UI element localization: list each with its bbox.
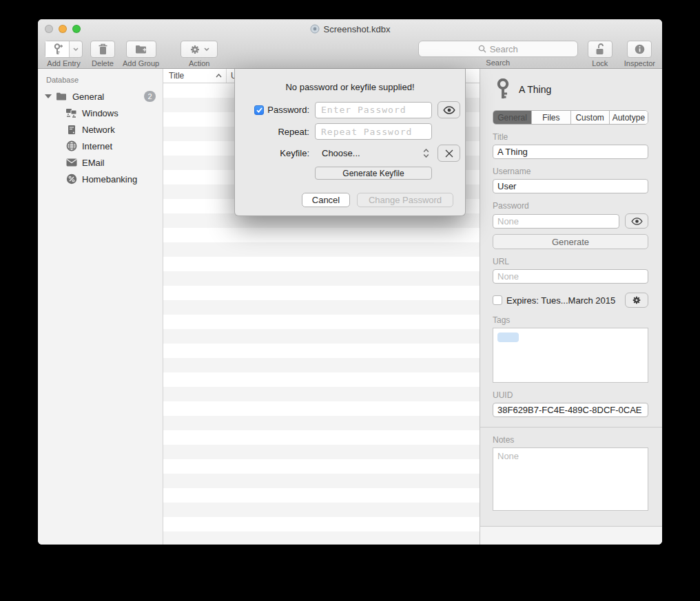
tab-files[interactable]: Files — [532, 111, 570, 124]
cancel-button[interactable]: Cancel — [302, 193, 350, 207]
delete-label: Delete — [92, 59, 114, 67]
eye-icon — [631, 218, 643, 225]
search-label: Search — [486, 59, 510, 67]
keyfile-popup[interactable]: Choose... — [315, 145, 432, 162]
chevron-down-icon — [204, 48, 209, 51]
sidebar-item-homebanking[interactable]: Homebanking — [38, 171, 163, 187]
url-field[interactable] — [493, 269, 648, 284]
inspector-footer — [480, 526, 662, 545]
action-label: Action — [189, 59, 210, 67]
computers-icon — [65, 107, 77, 119]
inspector-header: A Thing — [495, 78, 648, 101]
username-field[interactable] — [493, 179, 648, 193]
lock-item: Lock — [588, 41, 612, 68]
add-group-button[interactable] — [126, 41, 156, 58]
info-icon — [635, 44, 645, 54]
change-password-sheet: No password or keyfile supplied! Passwor… — [234, 69, 466, 216]
close-x-icon — [445, 149, 453, 158]
key-icon — [495, 78, 511, 101]
up-down-chevrons-icon — [423, 149, 429, 158]
inspector-panel: A Thing General Files Custom Autotype Ti… — [480, 69, 662, 545]
sidebar-item-windows[interactable]: Windows — [38, 105, 163, 121]
repeat-password-input[interactable] — [315, 123, 432, 140]
action-button[interactable] — [181, 41, 218, 58]
search-placeholder: Search — [490, 44, 518, 54]
title-field-label: Title — [493, 132, 648, 142]
minimize-button[interactable] — [59, 25, 67, 33]
add-entry-button[interactable] — [45, 41, 83, 58]
tab-custom[interactable]: Custom — [571, 111, 610, 124]
inspector-button[interactable] — [627, 41, 652, 58]
uuid-field[interactable] — [493, 403, 648, 417]
show-password-button[interactable] — [438, 101, 460, 118]
sidebar-item-internet[interactable]: Internet — [38, 138, 163, 154]
eye-icon — [443, 106, 455, 114]
close-button[interactable] — [45, 25, 53, 33]
generate-keyfile-button[interactable]: Generate Keyfile — [315, 167, 432, 180]
uuid-field-label: UUID — [493, 390, 648, 400]
search-input[interactable]: Search — [418, 41, 578, 57]
sidebar-item-label: Internet — [82, 141, 112, 151]
window-title: Screenshot.kdbx — [38, 19, 662, 39]
title-bar: Screenshot.kdbx — [38, 19, 662, 39]
password-input[interactable] — [315, 102, 432, 118]
add-entry-item: Add Entry — [45, 41, 83, 68]
sidebar-section-header: Database — [38, 74, 163, 88]
window-controls — [45, 25, 81, 33]
show-password-button[interactable] — [625, 213, 648, 229]
entry-title: A Thing — [519, 84, 551, 95]
column-header-title[interactable]: Title — [163, 69, 227, 83]
url-field-label: URL — [493, 257, 648, 266]
trash-icon — [98, 43, 108, 55]
password-field[interactable] — [493, 214, 619, 229]
repeat-row: Repeat: — [235, 123, 465, 140]
sidebar: Database General 2 Windows Network — [38, 69, 163, 545]
password-label: Password: — [267, 105, 309, 115]
inspector-tabs: General Files Custom Autotype — [493, 110, 648, 125]
generate-password-button[interactable]: Generate — [493, 234, 648, 249]
sidebar-item-label: EMail — [82, 158, 105, 168]
clear-keyfile-button[interactable] — [438, 145, 460, 162]
tab-autotype[interactable]: Autotype — [610, 111, 648, 124]
add-group-item: Add Group — [123, 41, 159, 68]
sidebar-item-label: Homebanking — [82, 174, 137, 184]
repeat-label: Repeat: — [278, 127, 309, 137]
gear-icon — [632, 295, 641, 305]
sidebar-item-general[interactable]: General 2 — [38, 88, 163, 105]
notes-field[interactable] — [493, 447, 648, 511]
sidebar-item-network[interactable]: Network — [38, 121, 163, 138]
lock-button[interactable] — [588, 41, 612, 58]
toolbar-right: Search Search Lock Inspector — [418, 41, 655, 68]
username-field-label: Username — [493, 167, 648, 176]
search-icon — [478, 45, 486, 53]
folder-plus-icon — [135, 44, 147, 54]
title-field[interactable] — [493, 145, 648, 159]
expires-label: Expires: Tues...March 2015 — [506, 295, 615, 306]
expires-options-button[interactable] — [625, 293, 648, 308]
change-password-button[interactable]: Change Password — [357, 193, 453, 207]
globe-icon — [65, 140, 77, 152]
tags-field-label: Tags — [493, 315, 648, 325]
sidebar-item-email[interactable]: EMail — [38, 154, 163, 171]
entry-count-badge: 2 — [144, 91, 156, 102]
inspector-item: Inspector — [624, 41, 655, 68]
disclosure-triangle-icon[interactable] — [45, 94, 52, 98]
password-checkbox[interactable] — [254, 105, 264, 115]
percent-icon — [65, 173, 77, 185]
inspector-divider — [480, 427, 662, 428]
tags-field[interactable] — [493, 328, 648, 383]
tag-pill[interactable] — [497, 333, 519, 342]
sidebar-item-label: Network — [82, 125, 115, 135]
key-plus-icon — [45, 41, 69, 57]
sort-ascending-icon — [216, 74, 222, 78]
delete-button[interactable] — [90, 41, 115, 58]
expires-checkbox[interactable] — [493, 295, 502, 305]
tab-general[interactable]: General — [493, 111, 532, 124]
zoom-button[interactable] — [72, 25, 81, 33]
notes-field-label: Notes — [493, 435, 648, 445]
chevron-down-icon[interactable] — [69, 41, 82, 57]
keyfile-label: Keyfile: — [280, 148, 309, 158]
add-group-label: Add Group — [123, 59, 159, 67]
toolbar: Add Entry Delete Add Group — [38, 39, 662, 69]
add-entry-label: Add Entry — [47, 59, 80, 67]
